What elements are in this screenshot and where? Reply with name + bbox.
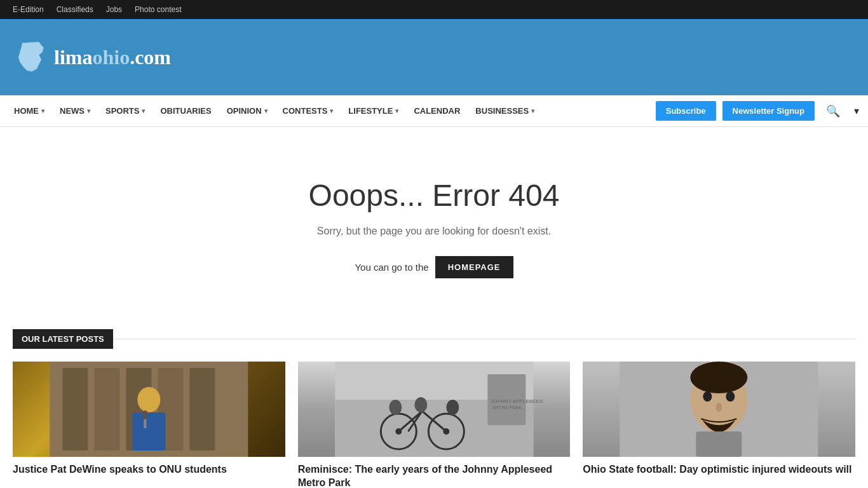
nav-item-news[interactable]: NEWS ▾ <box>52 95 98 127</box>
chevron-down-icon: ▾ <box>395 107 398 114</box>
nav-item-sports[interactable]: SPORTS ▾ <box>98 95 153 127</box>
homepage-button[interactable]: HOMEPAGE <box>435 256 513 278</box>
nav-businesses-label: BUSINESSES <box>475 106 529 116</box>
nav-item-home[interactable]: HOME ▾ <box>6 95 52 127</box>
nav-item-lifestyle[interactable]: LIFESTYLE ▾ <box>341 95 406 127</box>
nav-lifestyle-link[interactable]: LIFESTYLE ▾ <box>341 95 406 127</box>
nav-item-contests[interactable]: CONTESTS ▾ <box>275 95 341 127</box>
chevron-down-icon: ▾ <box>87 107 90 114</box>
ohio-state-image <box>583 362 855 457</box>
post-image-2: JOHNNY APPLESEED METRO PARK <box>298 362 571 457</box>
homepage-row: You can go to the HOMEPAGE <box>13 256 855 278</box>
nav-item-businesses[interactable]: BUSINESSES ▾ <box>468 95 542 127</box>
post-title-2[interactable]: Reminisce: The early years of the Johnny… <box>298 463 571 488</box>
nav-lifestyle-label: LIFESTYLE <box>348 106 393 116</box>
nav-item-calendar[interactable]: CALENDAR <box>406 95 468 127</box>
site-header: limaohio.com <box>0 19 868 95</box>
svg-point-28 <box>691 362 748 393</box>
nav-contests-link[interactable]: CONTESTS ▾ <box>275 95 341 127</box>
chevron-down-icon: ▾ <box>142 107 145 114</box>
section-header-container: OUR LATEST POSTS <box>13 329 855 349</box>
logo[interactable]: limaohio.com <box>13 38 171 76</box>
jobs-link[interactable]: Jobs <box>106 5 122 14</box>
svg-point-9 <box>142 410 148 419</box>
svg-point-29 <box>703 391 712 402</box>
svg-rect-7 <box>132 412 165 451</box>
svg-text:JOHNNY APPLESEED: JOHNNY APPLESEED <box>491 398 543 404</box>
nav-item-opinion[interactable]: OPINION ▾ <box>219 95 275 127</box>
post-card-1: Justice Pat DeWine speaks to ONU student… <box>13 362 285 488</box>
chevron-down-icon: ▾ <box>531 107 534 114</box>
svg-rect-32 <box>696 431 742 457</box>
nav-opinion-label: OPINION <box>227 106 262 116</box>
nav-businesses-link[interactable]: BUSINESSES ▾ <box>468 95 542 127</box>
svg-point-30 <box>726 391 735 402</box>
svg-rect-5 <box>189 368 215 451</box>
post-title-1[interactable]: Justice Pat DeWine speaks to ONU student… <box>13 463 285 477</box>
post-image-1 <box>13 362 285 457</box>
section-header-label: OUR LATEST POSTS <box>13 329 113 349</box>
nav-items-list: HOME ▾ NEWS ▾ SPORTS ▾ OBITUARIES OPINIO… <box>6 95 656 127</box>
top-bar: E-Edition Classifieds Jobs Photo contest <box>0 0 868 19</box>
post-image-3 <box>583 362 855 457</box>
nav-calendar-label: CALENDAR <box>414 106 460 116</box>
error-title: Ooops... Error 404 <box>13 178 855 213</box>
nav-opinion-link[interactable]: OPINION ▾ <box>219 95 275 127</box>
nav-obituaries-link[interactable]: OBITUARIES <box>153 95 219 127</box>
chevron-down-icon: ▾ <box>41 107 44 114</box>
chevron-down-icon: ▾ <box>330 107 333 114</box>
svg-text:METRO PARK: METRO PARK <box>492 405 522 410</box>
newsletter-signup-button[interactable]: Newsletter Signup <box>722 101 815 121</box>
nav-sports-link[interactable]: SPORTS ▾ <box>98 95 153 127</box>
search-icon: 🔍 <box>826 105 840 118</box>
svg-point-25 <box>446 400 459 415</box>
subscribe-button[interactable]: Subscribe <box>656 101 716 121</box>
post-title-3[interactable]: Ohio State football: Day optimistic inju… <box>583 463 855 477</box>
bicycle-image: JOHNNY APPLESEED METRO PARK <box>298 362 571 457</box>
nav-home-link[interactable]: HOME ▾ <box>6 95 52 127</box>
nav-expand-icon[interactable]: ▾ <box>851 105 862 117</box>
error-section: Ooops... Error 404 Sorry, but the page y… <box>13 152 855 304</box>
search-button[interactable]: 🔍 <box>821 104 845 118</box>
ohio-state-shape-icon <box>13 38 51 76</box>
dewine-image <box>13 362 285 457</box>
nav-item-obituaries[interactable]: OBITUARIES <box>153 95 219 127</box>
svg-rect-1 <box>62 368 88 451</box>
svg-rect-2 <box>94 368 119 451</box>
svg-point-23 <box>389 400 402 415</box>
error-subtitle: Sorry, but the page you are looking for … <box>13 226 855 237</box>
you-can-go-text: You can go to the <box>355 262 428 273</box>
nav-home-label: HOME <box>14 106 39 116</box>
nav-news-label: NEWS <box>60 106 85 116</box>
photo-contest-link[interactable]: Photo contest <box>135 5 181 14</box>
chevron-down-icon: ▾ <box>264 107 268 114</box>
nav-contests-label: CONTESTS <box>283 106 328 116</box>
nav-news-link[interactable]: NEWS ▾ <box>52 95 98 127</box>
classifieds-link[interactable]: Classifieds <box>57 5 93 14</box>
logo-text: limaohio.com <box>54 46 171 69</box>
section-header-line <box>113 339 855 339</box>
main-nav: HOME ▾ NEWS ▾ SPORTS ▾ OBITUARIES OPINIO… <box>0 95 868 127</box>
svg-point-31 <box>716 403 722 412</box>
posts-grid: Justice Pat DeWine speaks to ONU student… <box>13 362 855 488</box>
nav-right-actions: Subscribe Newsletter Signup 🔍 ▾ <box>656 101 862 121</box>
nav-calendar-link[interactable]: CALENDAR <box>406 95 468 127</box>
nav-obituaries-label: OBITUARIES <box>160 106 211 116</box>
eedition-link[interactable]: E-Edition <box>13 5 44 14</box>
svg-point-24 <box>414 397 427 412</box>
post-card-2: JOHNNY APPLESEED METRO PARK <box>298 362 571 488</box>
nav-sports-label: SPORTS <box>105 106 139 116</box>
svg-point-6 <box>137 387 160 412</box>
post-card-3: Ohio State football: Day optimistic inju… <box>583 362 855 488</box>
latest-posts-section: OUR LATEST POSTS <box>0 329 868 488</box>
main-content: Ooops... Error 404 Sorry, but the page y… <box>0 127 868 329</box>
